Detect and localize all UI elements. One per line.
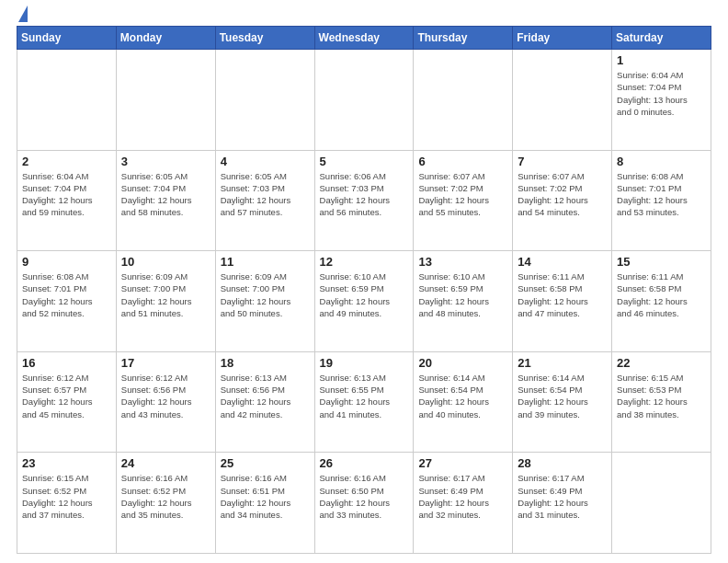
- day-number: 18: [221, 356, 310, 370]
- day-number: 4: [221, 155, 310, 168]
- day-number: 25: [221, 456, 310, 470]
- day-info: Sunrise: 6:10 AM Sunset: 6:59 PM Dayligh…: [320, 270, 409, 319]
- calendar-cell: 4Sunrise: 6:05 AM Sunset: 7:03 PM Daylig…: [215, 150, 314, 251]
- calendar-cell: 13Sunrise: 6:10 AM Sunset: 6:59 PM Dayli…: [414, 251, 513, 352]
- day-info: Sunrise: 6:13 AM Sunset: 6:56 PM Dayligh…: [221, 372, 310, 420]
- calendar-cell: 26Sunrise: 6:16 AM Sunset: 6:50 PM Dayli…: [314, 453, 414, 554]
- calendar-cell: 1Sunrise: 6:04 AM Sunset: 7:04 PM Daylig…: [612, 50, 711, 151]
- calendar-week-row: 23Sunrise: 6:15 AM Sunset: 6:52 PM Dayli…: [17, 453, 711, 554]
- calendar-cell: [116, 50, 215, 151]
- calendar-page: SundayMondayTuesdayWednesdayThursdayFrid…: [0, 0, 728, 563]
- day-info: Sunrise: 6:10 AM Sunset: 6:59 PM Dayligh…: [418, 270, 507, 319]
- day-info: Sunrise: 6:07 AM Sunset: 7:02 PM Dayligh…: [418, 170, 507, 219]
- day-number: 27: [418, 456, 507, 470]
- calendar-cell: 10Sunrise: 6:09 AM Sunset: 7:00 PM Dayli…: [116, 251, 215, 352]
- day-info: Sunrise: 6:11 AM Sunset: 6:58 PM Dayligh…: [617, 270, 706, 319]
- calendar-cell: 21Sunrise: 6:14 AM Sunset: 6:54 PM Dayli…: [513, 351, 612, 453]
- day-info: Sunrise: 6:13 AM Sunset: 6:55 PM Dayligh…: [320, 372, 409, 420]
- calendar-cell: [612, 453, 711, 554]
- calendar-cell: 7Sunrise: 6:07 AM Sunset: 7:02 PM Daylig…: [513, 150, 612, 251]
- day-info: Sunrise: 6:11 AM Sunset: 6:58 PM Dayligh…: [518, 270, 607, 319]
- day-number: 8: [617, 155, 706, 168]
- weekday-header-sunday: Sunday: [17, 27, 117, 50]
- calendar-cell: 25Sunrise: 6:16 AM Sunset: 6:51 PM Dayli…: [215, 453, 314, 554]
- day-number: 15: [617, 255, 706, 269]
- calendar-cell: 28Sunrise: 6:17 AM Sunset: 6:49 PM Dayli…: [513, 453, 612, 554]
- calendar-week-row: 9Sunrise: 6:08 AM Sunset: 7:01 PM Daylig…: [17, 251, 711, 352]
- day-info: Sunrise: 6:14 AM Sunset: 6:54 PM Dayligh…: [418, 372, 507, 420]
- day-number: 3: [121, 155, 210, 168]
- day-info: Sunrise: 6:17 AM Sunset: 6:49 PM Dayligh…: [518, 472, 607, 521]
- calendar-week-row: 16Sunrise: 6:12 AM Sunset: 6:57 PM Dayli…: [17, 351, 711, 453]
- logo-triangle-icon: [18, 6, 28, 22]
- day-info: Sunrise: 6:17 AM Sunset: 6:49 PM Dayligh…: [418, 472, 507, 521]
- day-number: 5: [320, 155, 409, 168]
- calendar-cell: 27Sunrise: 6:17 AM Sunset: 6:49 PM Dayli…: [414, 453, 513, 554]
- calendar-cell: 2Sunrise: 6:04 AM Sunset: 7:04 PM Daylig…: [17, 150, 117, 251]
- day-number: 12: [320, 255, 409, 269]
- calendar-cell: 14Sunrise: 6:11 AM Sunset: 6:58 PM Dayli…: [513, 251, 612, 352]
- calendar-cell: 18Sunrise: 6:13 AM Sunset: 6:56 PM Dayli…: [215, 351, 314, 453]
- calendar-cell: 8Sunrise: 6:08 AM Sunset: 7:01 PM Daylig…: [612, 150, 711, 251]
- calendar-cell: [414, 50, 513, 151]
- weekday-header-tuesday: Tuesday: [215, 27, 314, 50]
- day-number: 23: [22, 456, 111, 470]
- day-info: Sunrise: 6:15 AM Sunset: 6:52 PM Dayligh…: [22, 472, 111, 521]
- weekday-header-friday: Friday: [513, 27, 612, 50]
- calendar-cell: [215, 50, 314, 151]
- day-info: Sunrise: 6:09 AM Sunset: 7:00 PM Dayligh…: [221, 270, 310, 319]
- day-number: 28: [518, 456, 607, 470]
- day-info: Sunrise: 6:07 AM Sunset: 7:02 PM Dayligh…: [518, 170, 607, 219]
- weekday-header-monday: Monday: [116, 27, 215, 50]
- calendar-cell: [513, 50, 612, 151]
- day-number: 10: [121, 255, 210, 269]
- calendar-cell: 9Sunrise: 6:08 AM Sunset: 7:01 PM Daylig…: [17, 251, 117, 352]
- calendar-cell: 3Sunrise: 6:05 AM Sunset: 7:04 PM Daylig…: [116, 150, 215, 251]
- weekday-header-saturday: Saturday: [612, 27, 711, 50]
- calendar-cell: 6Sunrise: 6:07 AM Sunset: 7:02 PM Daylig…: [414, 150, 513, 251]
- day-info: Sunrise: 6:12 AM Sunset: 6:57 PM Dayligh…: [22, 372, 111, 420]
- day-number: 7: [518, 155, 607, 168]
- weekday-header-thursday: Thursday: [414, 27, 513, 50]
- calendar-week-row: 1Sunrise: 6:04 AM Sunset: 7:04 PM Daylig…: [17, 50, 711, 151]
- calendar-cell: 17Sunrise: 6:12 AM Sunset: 6:56 PM Dayli…: [116, 351, 215, 453]
- weekday-header-row: SundayMondayTuesdayWednesdayThursdayFrid…: [17, 27, 711, 50]
- calendar-cell: [17, 50, 117, 151]
- day-info: Sunrise: 6:04 AM Sunset: 7:04 PM Dayligh…: [617, 69, 706, 118]
- day-number: 22: [617, 356, 706, 370]
- day-number: 13: [418, 255, 507, 269]
- day-number: 14: [518, 255, 607, 269]
- calendar-cell: 12Sunrise: 6:10 AM Sunset: 6:59 PM Dayli…: [314, 251, 414, 352]
- day-info: Sunrise: 6:16 AM Sunset: 6:51 PM Dayligh…: [221, 472, 310, 521]
- calendar-cell: 5Sunrise: 6:06 AM Sunset: 7:03 PM Daylig…: [314, 150, 414, 251]
- day-number: 6: [418, 155, 507, 168]
- day-info: Sunrise: 6:08 AM Sunset: 7:01 PM Dayligh…: [22, 270, 111, 319]
- logo: [17, 9, 28, 22]
- day-number: 20: [418, 356, 507, 370]
- day-number: 24: [121, 456, 210, 470]
- day-info: Sunrise: 6:12 AM Sunset: 6:56 PM Dayligh…: [121, 372, 210, 420]
- day-info: Sunrise: 6:09 AM Sunset: 7:00 PM Dayligh…: [121, 270, 210, 319]
- day-info: Sunrise: 6:05 AM Sunset: 7:03 PM Dayligh…: [221, 170, 310, 219]
- calendar-cell: 16Sunrise: 6:12 AM Sunset: 6:57 PM Dayli…: [17, 351, 117, 453]
- day-number: 16: [22, 356, 111, 370]
- day-number: 1: [617, 53, 706, 67]
- day-info: Sunrise: 6:14 AM Sunset: 6:54 PM Dayligh…: [518, 372, 607, 420]
- day-number: 17: [121, 356, 210, 370]
- day-info: Sunrise: 6:08 AM Sunset: 7:01 PM Dayligh…: [617, 170, 706, 219]
- day-info: Sunrise: 6:06 AM Sunset: 7:03 PM Dayligh…: [320, 170, 409, 219]
- day-info: Sunrise: 6:15 AM Sunset: 6:53 PM Dayligh…: [617, 372, 706, 420]
- calendar-cell: 15Sunrise: 6:11 AM Sunset: 6:58 PM Dayli…: [612, 251, 711, 352]
- day-number: 9: [22, 255, 111, 269]
- calendar-table: SundayMondayTuesdayWednesdayThursdayFrid…: [17, 26, 711, 554]
- calendar-cell: 24Sunrise: 6:16 AM Sunset: 6:52 PM Dayli…: [116, 453, 215, 554]
- day-number: 21: [518, 356, 607, 370]
- header: [17, 9, 711, 22]
- day-info: Sunrise: 6:04 AM Sunset: 7:04 PM Dayligh…: [22, 170, 111, 219]
- day-info: Sunrise: 6:05 AM Sunset: 7:04 PM Dayligh…: [121, 170, 210, 219]
- calendar-cell: 23Sunrise: 6:15 AM Sunset: 6:52 PM Dayli…: [17, 453, 117, 554]
- calendar-cell: 22Sunrise: 6:15 AM Sunset: 6:53 PM Dayli…: [612, 351, 711, 453]
- day-number: 2: [22, 155, 111, 168]
- calendar-cell: 19Sunrise: 6:13 AM Sunset: 6:55 PM Dayli…: [314, 351, 414, 453]
- day-number: 11: [221, 255, 310, 269]
